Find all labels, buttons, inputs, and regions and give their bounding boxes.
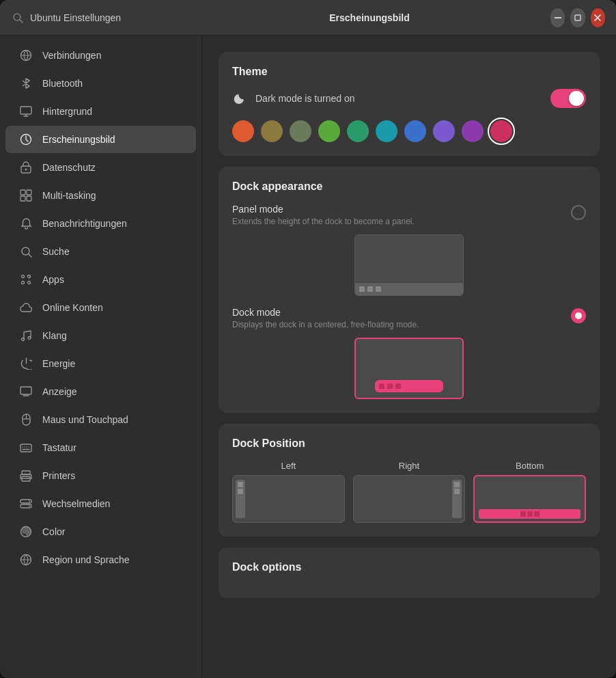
svg-line-1 xyxy=(20,20,23,23)
sidebar-item-benachrichtigungen[interactable]: Benachrichtigungen xyxy=(5,210,196,237)
window-controls xyxy=(550,8,605,27)
dock-mode-radio-dot xyxy=(575,312,582,319)
titlebar-search: Ubuntu Einstellungen xyxy=(11,11,188,25)
left-dock-bar xyxy=(236,480,245,518)
swatch-sage[interactable] xyxy=(290,120,311,142)
app-name-label: Ubuntu Einstellungen xyxy=(30,12,121,23)
float-dot-2 xyxy=(387,383,393,389)
panel-dot-1 xyxy=(359,286,365,292)
window-title: Erscheinungsbild xyxy=(188,12,550,23)
sidebar-item-erscheinungsbild[interactable]: Erscheinungsbild xyxy=(5,126,196,153)
color-icon xyxy=(19,525,33,539)
sidebar-item-bluetooth[interactable]: Bluetooth xyxy=(5,70,196,97)
swatch-orange[interactable] xyxy=(232,120,254,142)
sidebar-item-verbindungen[interactable]: Verbindungen xyxy=(5,42,196,69)
sidebar-label-datenschutz: Datenschutz xyxy=(42,162,96,173)
moon-icon xyxy=(232,91,247,106)
sidebar-label-color: Color xyxy=(42,526,65,537)
close-button[interactable] xyxy=(591,8,605,27)
svg-rect-2 xyxy=(555,17,561,18)
panel-mode-radio[interactable] xyxy=(571,205,586,220)
dark-mode-toggle[interactable] xyxy=(550,89,586,108)
svg-point-37 xyxy=(29,501,30,502)
swatch-teal[interactable] xyxy=(347,120,369,142)
power-icon xyxy=(19,357,33,370)
swatch-green[interactable] xyxy=(318,120,340,142)
multitask-icon xyxy=(19,189,33,202)
svg-rect-12 xyxy=(27,190,31,195)
position-bottom: Bottom xyxy=(473,461,586,523)
swatch-pink[interactable] xyxy=(490,120,512,142)
dock-positions-row: Left Right xyxy=(232,461,586,523)
apps-icon xyxy=(19,273,33,286)
sidebar-item-color[interactable]: Color xyxy=(5,518,196,545)
svg-rect-33 xyxy=(22,471,30,474)
display-icon xyxy=(19,385,33,398)
sidebar-item-region-sprache[interactable]: Region und Sprache xyxy=(5,546,196,573)
dock-appearance-title: Dock appearance xyxy=(232,180,586,193)
dock-floating-image xyxy=(354,338,464,399)
sidebar-item-printers[interactable]: Printers xyxy=(5,462,196,489)
swatch-blue[interactable] xyxy=(404,120,426,142)
svg-point-38 xyxy=(29,506,30,507)
sidebar-label-anzeige: Anzeige xyxy=(42,386,77,397)
panel-mode-title: Panel mode xyxy=(232,204,571,215)
position-right: Right xyxy=(353,461,466,523)
music-icon xyxy=(19,329,33,342)
sidebar-label-hintergrund: Hintergrund xyxy=(42,106,92,117)
svg-point-18 xyxy=(28,275,31,278)
sidebar: Verbindungen Bluetooth xyxy=(0,36,202,678)
svg-rect-7 xyxy=(20,107,31,114)
dock-options-title: Dock options xyxy=(232,561,586,573)
bottom-dot-1 xyxy=(520,511,526,517)
dock-mode-row: Dock mode Displays the dock in a centere… xyxy=(232,307,586,329)
sidebar-item-hintergrund[interactable]: Hintergrund xyxy=(5,98,196,125)
panel-mode-desc: Extends the height of the dock to become… xyxy=(232,217,571,226)
dark-mode-row: Dark mode is turned on xyxy=(232,89,586,108)
sidebar-item-wechselmedien[interactable]: Wechselmedien xyxy=(5,490,196,517)
sidebar-item-suche[interactable]: Suche xyxy=(5,238,196,265)
swatch-purple[interactable] xyxy=(433,120,455,142)
swatch-cyan[interactable] xyxy=(376,120,397,142)
color-swatches xyxy=(232,120,586,142)
sidebar-label-energie: Energie xyxy=(42,358,75,369)
sidebar-label-benachrichtigungen: Benachrichtigungen xyxy=(42,218,127,229)
svg-line-16 xyxy=(29,254,31,257)
floating-bar xyxy=(375,380,443,392)
search-icon xyxy=(11,11,25,25)
sidebar-item-datenschutz[interactable]: Datenschutz xyxy=(5,154,196,181)
sidebar-label-multitasking: Multi-tasking xyxy=(42,190,96,201)
sidebar-label-region-sprache: Region und Sprache xyxy=(42,554,130,565)
bottom-dot-2 xyxy=(527,511,533,517)
swatch-violet[interactable] xyxy=(462,120,484,142)
svg-point-17 xyxy=(22,275,25,278)
sidebar-item-energie[interactable]: Energie xyxy=(5,350,196,377)
sidebar-item-anzeige[interactable]: Anzeige xyxy=(5,378,196,405)
monitor-icon xyxy=(19,105,33,118)
swatch-olive[interactable] xyxy=(261,120,283,142)
position-bottom-preview[interactable] xyxy=(473,475,586,523)
globe-icon xyxy=(19,553,33,567)
sidebar-item-tastatur[interactable]: Tastatur xyxy=(5,434,196,461)
position-right-label: Right xyxy=(399,461,419,471)
search-sidebar-icon xyxy=(19,245,33,258)
svg-rect-13 xyxy=(20,196,25,201)
right-dot-1 xyxy=(454,482,460,487)
position-left-preview[interactable] xyxy=(232,475,345,523)
position-right-preview[interactable] xyxy=(353,475,466,523)
svg-point-21 xyxy=(22,338,25,341)
sidebar-item-maus-touchpad[interactable]: Maus und Touchpad xyxy=(5,406,196,433)
sidebar-item-klang[interactable]: Klang xyxy=(5,322,196,349)
dock-mode-radio[interactable] xyxy=(571,308,586,323)
minimize-button[interactable] xyxy=(550,8,565,27)
sidebar-item-multitasking[interactable]: Multi-tasking xyxy=(5,182,196,209)
float-dot-3 xyxy=(395,383,401,389)
maximize-button[interactable] xyxy=(570,8,585,27)
bluetooth-icon xyxy=(19,77,33,90)
svg-point-20 xyxy=(28,282,31,284)
sidebar-item-online-konten[interactable]: Online Konten xyxy=(5,294,196,321)
svg-rect-3 xyxy=(575,15,580,21)
privacy-icon xyxy=(19,161,33,174)
sidebar-item-apps[interactable]: Apps xyxy=(5,266,196,293)
content-area: Theme Dark mode is turned on xyxy=(202,36,616,678)
